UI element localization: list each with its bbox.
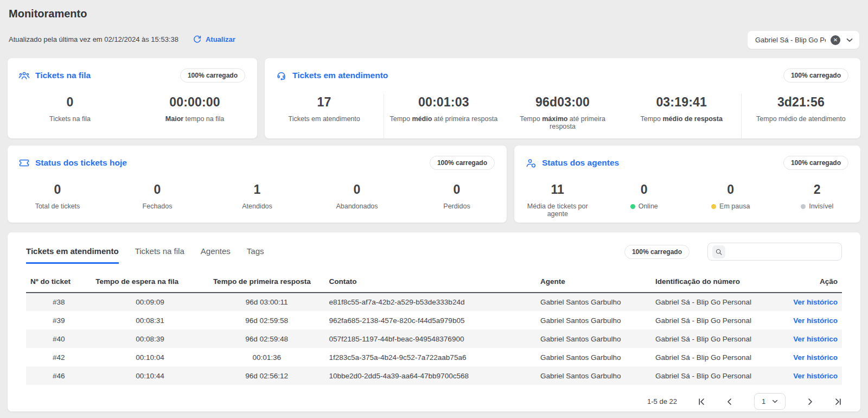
chevron-down-icon[interactable] [846, 38, 853, 42]
search-icon [712, 245, 725, 258]
clear-filter-icon[interactable]: ✕ [831, 35, 840, 45]
col-header-identification: Identificação do número [651, 273, 784, 293]
loaded-badge: 100% carregado [783, 156, 848, 170]
ver-historico-link[interactable]: Ver histórico [793, 316, 838, 325]
col-header-contact: Contato [324, 273, 536, 293]
first-response-cell: 96d 02:56:12 [209, 366, 325, 385]
stat-abandonados: 0 Abandonados [307, 181, 407, 219]
stat-maior-tempo-fila: 00:00:00 Maior tempo na fila [132, 94, 257, 131]
card-tickets-em-atendimento: Tickets em atendimento 100% carregado 17… [265, 58, 860, 138]
ver-historico-link[interactable]: Ver histórico [793, 353, 838, 362]
agent-cell: Gabriel Santos Garbulho [536, 348, 651, 366]
account-filter-dropdown[interactable]: Gabriel Sá - Blip Go Pers ✕ [748, 31, 859, 49]
table-row: #46 00:10:44 96d 02:56:12 10bbe2d0-2dd5-… [26, 366, 842, 385]
people-group-icon [18, 70, 30, 81]
first-response-cell: 96d 02:59:48 [209, 330, 325, 348]
card-title: Status dos agentes [542, 158, 619, 168]
tickets-table: Nº do ticket Tempo de espera na fila Tem… [26, 273, 842, 385]
col-header-wait: Tempo de espera na fila [91, 273, 209, 293]
card-title: Tickets na fila [35, 71, 91, 80]
tickets-panel: Tickets em atendimento Tickets na fila A… [8, 232, 860, 411]
card-title: Status dos tickets hoje [35, 158, 127, 168]
ver-historico-link[interactable]: Ver histórico [793, 335, 838, 343]
card-status-dos-agentes: Status dos agentes 100% carregado 11 Méd… [514, 145, 860, 223]
tab-tickets-na-fila[interactable]: Tickets na fila [135, 246, 184, 264]
invisible-status-dot [801, 204, 806, 209]
loaded-badge: 100% carregado [624, 245, 690, 259]
identification-cell: Gabriel Sá - Blip Go Personal [651, 330, 784, 348]
search-input-wrapper [707, 243, 842, 261]
loaded-badge: 100% carregado [430, 156, 495, 170]
stat-perdidos: 0 Perdidos [407, 181, 507, 219]
card-status-tickets-hoje: Status dos tickets hoje 100% carregado 0… [8, 145, 507, 223]
wait-cell: 00:09:09 [91, 293, 209, 311]
contact-cell: 1f283c5a-375a-4b24-9c52-7a722aab75a6 [324, 348, 536, 366]
pagination: 1-5 de 22 1 [26, 393, 842, 410]
stat-tempo-maximo-primeira-resposta: 96d03:00 Tempo máximo até primeira respo… [503, 94, 622, 139]
first-response-cell: 96d 03:00:11 [209, 293, 325, 311]
refresh-button[interactable]: Atualizar [193, 35, 235, 44]
ticket-icon [18, 157, 30, 169]
col-header-action: Ação [784, 273, 842, 293]
contact-cell: e81f8c55-af7a-42b2-a529-b53de333b24d [324, 293, 536, 311]
ticket-cell: #42 [26, 348, 91, 366]
loaded-badge: 100% carregado [180, 68, 245, 83]
stat-total-de-tickets: 0 Total de tickets [8, 181, 107, 219]
stat-em-pausa: 0 Em pausa [687, 181, 774, 226]
contact-cell: 057f2185-1197-44bf-beac-949548376900 [324, 330, 536, 348]
page-title: Monitoramento [9, 8, 859, 20]
next-page-icon[interactable] [806, 398, 814, 406]
wait-cell: 00:10:04 [91, 348, 209, 366]
stat-tempo-medio-atendimento: 3d21:56 Tempo médio de atendimento [742, 94, 860, 139]
tab-tickets-em-atendimento[interactable]: Tickets em atendimento [26, 246, 119, 264]
account-filter-value: Gabriel Sá - Blip Go Pers [755, 36, 826, 44]
stat-tempo-medio-primeira-resposta: 00:01:03 Tempo médio até primeira respos… [384, 94, 503, 139]
stat-media-tickets-agente: 11 Média de tickets por agente [514, 181, 601, 226]
identification-cell: Gabriel Sá - Blip Go Personal [651, 293, 784, 311]
ticket-cell: #38 [26, 293, 91, 311]
table-row: #39 00:08:31 96d 02:59:58 962fa685-2138-… [26, 311, 842, 330]
wait-cell: 00:10:44 [91, 366, 209, 385]
contact-cell: 10bbe2d0-2dd5-4a39-aa64-47bb9700c568 [324, 366, 536, 385]
identification-cell: Gabriel Sá - Blip Go Personal [651, 348, 784, 366]
table-row: #38 00:09:09 96d 03:00:11 e81f8c55-af7a-… [26, 293, 842, 311]
refresh-icon [193, 35, 202, 44]
table-row: #40 00:08:39 96d 02:59:48 057f2185-1197-… [26, 330, 842, 348]
pause-status-dot [711, 204, 716, 209]
card-title: Tickets em atendimento [292, 71, 388, 80]
last-updated-row: Atualizado pela última vez em 02/12/2024… [9, 35, 859, 44]
agent-headset-icon [276, 70, 287, 81]
agent-status-icon [525, 157, 537, 169]
agent-cell: Gabriel Santos Garbulho [536, 293, 651, 311]
stat-fechados: 0 Fechados [107, 181, 207, 219]
page-select-dropdown[interactable]: 1 [754, 393, 786, 410]
ver-historico-link[interactable]: Ver histórico [793, 298, 838, 306]
ver-historico-link[interactable]: Ver histórico [793, 372, 838, 380]
card-tickets-na-fila: Tickets na fila 100% carregado 0 Tickets… [8, 58, 257, 138]
search-input[interactable] [730, 248, 837, 256]
wait-cell: 00:08:39 [91, 330, 209, 348]
pagination-range: 1-5 de 22 [647, 397, 677, 406]
col-header-first-response: Tempo de primeira resposta [209, 273, 325, 293]
ticket-cell: #39 [26, 311, 91, 330]
stat-tempo-medio-resposta: 03:19:41 Tempo médio de resposta [622, 94, 742, 139]
stat-tickets-em-atendimento: 17 Tickets em atendimento [265, 94, 384, 139]
stat-invisivel: 2 Invisível [774, 181, 861, 226]
ticket-cell: #40 [26, 330, 91, 348]
stat-online: 0 Online [601, 181, 688, 226]
col-header-ticket: Nº do ticket [26, 273, 91, 293]
identification-cell: Gabriel Sá - Blip Go Personal [651, 311, 784, 330]
identification-cell: Gabriel Sá - Blip Go Personal [651, 366, 784, 385]
first-page-icon[interactable] [698, 398, 705, 406]
stat-atendidos: 1 Atendidos [207, 181, 307, 219]
last-page-icon[interactable] [834, 398, 842, 406]
first-response-cell: 00:01:36 [209, 348, 325, 366]
previous-page-icon[interactable] [726, 398, 733, 406]
tab-tags[interactable]: Tags [247, 246, 264, 264]
table-header-row: Nº do ticket Tempo de espera na fila Tem… [26, 273, 842, 293]
tab-agentes[interactable]: Agentes [201, 246, 231, 264]
agent-cell: Gabriel Santos Garbulho [536, 366, 651, 385]
current-page: 1 [762, 397, 765, 406]
col-header-agent: Agente [536, 273, 651, 293]
agent-cell: Gabriel Santos Garbulho [536, 311, 651, 330]
